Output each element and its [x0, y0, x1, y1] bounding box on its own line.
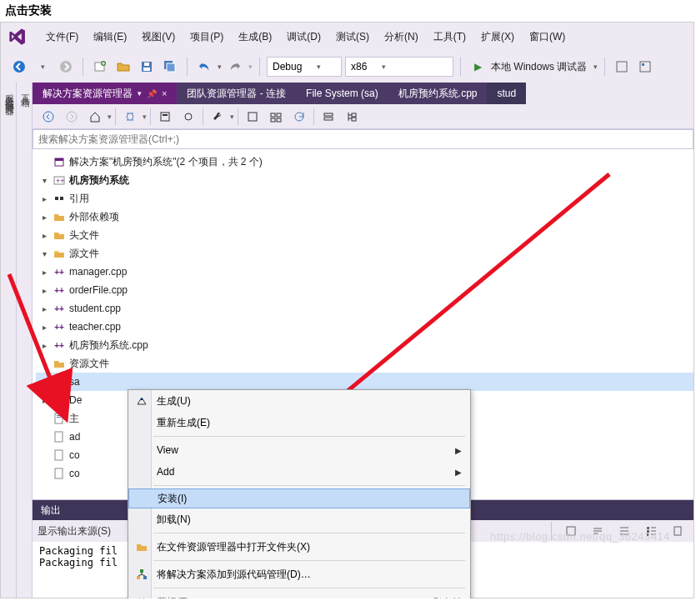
- solution-icon: [53, 155, 66, 168]
- sync-icon[interactable]: [178, 107, 199, 127]
- menu-item-label: 将解决方案添加到源代码管理(D)…: [157, 568, 311, 582]
- menu-item-uninstall[interactable]: 卸载(N): [128, 508, 470, 530]
- tree-row-sa-project[interactable]: ▾ sa: [36, 373, 693, 391]
- menu-item-label: 安装(I): [158, 492, 187, 506]
- menu-build[interactable]: 生成(B): [232, 27, 278, 48]
- nav-back-button[interactable]: [9, 57, 29, 77]
- menu-view[interactable]: 视图(V): [135, 27, 182, 48]
- collapse-icon[interactable]: ▾: [39, 249, 49, 258]
- menu-extensions[interactable]: 扩展(X): [474, 27, 521, 48]
- misc-button-1[interactable]: [612, 57, 632, 77]
- svg-rect-46: [143, 576, 147, 579]
- open-button[interactable]: [113, 57, 133, 77]
- tree-row-file[interactable]: ▸++orderFile.cpp: [36, 281, 693, 299]
- svg-rect-24: [352, 118, 356, 121]
- expand-icon[interactable]: ▸: [39, 213, 49, 222]
- new-project-button[interactable]: [90, 57, 110, 77]
- undo-button[interactable]: [194, 57, 214, 77]
- tree-row-external[interactable]: ▸ 外部依赖项: [36, 208, 693, 226]
- tab-label: stud: [497, 88, 516, 99]
- folder-open-icon: [53, 247, 66, 260]
- config-value: Debug: [273, 61, 302, 73]
- svg-rect-10: [640, 62, 650, 72]
- menu-test[interactable]: 测试(S): [329, 27, 376, 48]
- menu-analyze[interactable]: 分析(N): [378, 27, 425, 48]
- tree-row-file[interactable]: ▸++机房预约系统.cpp: [36, 336, 693, 354]
- menu-window[interactable]: 窗口(W): [523, 27, 572, 48]
- menu-item-build[interactable]: 生成(U): [128, 390, 470, 412]
- menu-item-install[interactable]: 安装(I): [128, 488, 470, 508]
- svg-rect-19: [271, 118, 275, 122]
- menu-item-add[interactable]: Add ▶: [128, 461, 470, 483]
- tab-filesystem[interactable]: File System (sa): [296, 83, 388, 104]
- toolbox-tab[interactable]: 工具箱: [17, 83, 33, 598]
- svg-rect-44: [140, 569, 143, 573]
- tree-row-project[interactable]: ▾ ++ 机房预约系统: [36, 171, 693, 189]
- menu-item-open-folder[interactable]: 在文件资源管理器中打开文件夹(X): [128, 536, 470, 558]
- file-icon: [53, 430, 66, 443]
- tab-team-explorer[interactable]: 团队资源管理器 - 连接: [177, 83, 296, 104]
- refresh-icon[interactable]: [288, 107, 310, 127]
- debug-target-label[interactable]: 本地 Windows 调试器: [491, 60, 587, 74]
- svg-rect-8: [167, 63, 175, 72]
- properties-icon[interactable]: [242, 107, 263, 127]
- menu-debug[interactable]: 调试(D): [280, 27, 328, 48]
- redo-button[interactable]: [225, 57, 245, 77]
- tree-label: sa: [69, 376, 80, 388]
- show-all-icon[interactable]: [265, 107, 287, 127]
- folder-icon: [53, 393, 66, 407]
- svg-rect-23: [352, 113, 356, 117]
- tree-icon[interactable]: [341, 107, 363, 127]
- tree-row-resources[interactable]: 资源文件: [36, 354, 693, 373]
- tab-cpp-file[interactable]: 机房预约系统.cpp: [388, 83, 488, 104]
- pin-icon[interactable]: 📌: [147, 89, 157, 98]
- tree-row-references[interactable]: ▸ 引用: [36, 189, 693, 208]
- svg-rect-22: [324, 118, 333, 120]
- expand-icon[interactable]: ▸: [39, 231, 49, 240]
- save-button[interactable]: [137, 57, 157, 77]
- wrench-icon[interactable]: [207, 107, 228, 127]
- tree-row-file[interactable]: ▸++manager.cpp: [36, 263, 693, 281]
- menu-project[interactable]: 项目(P): [183, 27, 230, 48]
- menu-item-cut[interactable]: 剪切(T) Ctrl+X: [128, 591, 470, 598]
- nav-forward-button[interactable]: ▾: [33, 57, 53, 77]
- start-debug-button[interactable]: ▶: [468, 57, 488, 77]
- menu-item-view[interactable]: View ▶: [128, 439, 470, 461]
- svg-rect-43: [674, 527, 681, 535]
- svg-rect-5: [143, 68, 150, 71]
- tree-row-sources[interactable]: ▾ 源文件: [36, 244, 693, 263]
- switch-view-icon[interactable]: [119, 107, 141, 127]
- home-icon[interactable]: [84, 107, 106, 127]
- collapse-icon[interactable]: ▾: [39, 176, 49, 185]
- search-input[interactable]: [38, 133, 688, 145]
- tree-row-headers[interactable]: ▸ 头文件: [36, 226, 693, 244]
- svg-point-0: [13, 61, 25, 73]
- menu-item-add-scm[interactable]: 将解决方案添加到源代码管理(D)…: [128, 563, 470, 585]
- tree-row-file[interactable]: ▸++student.cpp: [36, 299, 693, 318]
- chevron-down-icon[interactable]: ▾: [138, 89, 142, 98]
- solution-search[interactable]: [33, 129, 693, 149]
- tree-row-solution[interactable]: 解决方案"机房预约系统"(2 个项目，共 2 个): [36, 153, 693, 171]
- separator: [83, 58, 83, 76]
- menu-item-label: 卸载(N): [157, 513, 191, 527]
- config-combo[interactable]: Debug▾: [267, 57, 342, 77]
- back-icon[interactable]: [38, 107, 59, 127]
- menu-separator: [153, 560, 465, 561]
- filter-icon[interactable]: [154, 107, 176, 127]
- collapse-icon[interactable]: ▾: [39, 378, 49, 387]
- menu-tools[interactable]: 工具(T): [427, 27, 473, 48]
- output-source-label: 显示输出来源(S): [38, 524, 111, 538]
- expand-icon[interactable]: ▸: [39, 194, 49, 203]
- menu-item-rebuild[interactable]: 重新生成(E): [128, 412, 470, 433]
- tree-row-file[interactable]: ▸++teacher.cpp: [36, 318, 693, 336]
- misc-button-2[interactable]: [635, 57, 655, 77]
- menu-file[interactable]: 文件(F): [39, 27, 85, 48]
- collapse-icon[interactable]: [318, 107, 339, 127]
- menu-edit[interactable]: 编辑(E): [87, 27, 133, 48]
- server-explorer-tab[interactable]: 服务器资源管理器: [1, 83, 17, 598]
- platform-combo[interactable]: x86▾: [345, 57, 453, 77]
- tab-solution-explorer[interactable]: 解决方案资源管理器 ▾ 📌 ×: [33, 83, 177, 104]
- tab-stud[interactable]: stud: [487, 83, 526, 104]
- save-all-button[interactable]: [160, 57, 180, 77]
- close-icon[interactable]: ×: [162, 88, 167, 98]
